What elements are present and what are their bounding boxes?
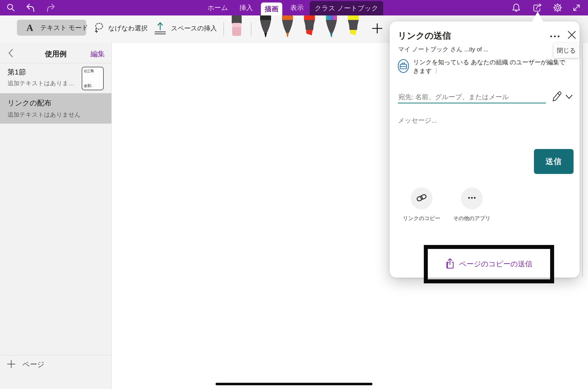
canvas-scrollbar[interactable] — [582, 43, 583, 277]
redo-button[interactable] — [45, 2, 56, 13]
thumbnail-handwriting: 0三角 — [84, 69, 94, 74]
recipients-input[interactable] — [398, 91, 546, 103]
add-page-label: ページ — [22, 360, 44, 370]
top-app-bar: ホーム 挿入 描画 表示 クラス ノートブック — [0, 0, 588, 15]
onenote-app: ホーム 挿入 描画 表示 クラス ノートブック A テキスト モード なげなわ選… — [0, 0, 588, 389]
edit-button[interactable]: 編集 — [90, 49, 105, 59]
page-subtitle: 追加テキストはありま… — [7, 79, 74, 87]
plus-icon — [371, 22, 384, 35]
edit-permission-button[interactable] — [551, 90, 563, 102]
send-page-copy-button[interactable]: ページのコピーの送信 — [428, 249, 550, 279]
share-export-icon — [445, 258, 459, 271]
message-input[interactable] — [397, 113, 558, 128]
pen-black[interactable] — [258, 15, 274, 38]
copy-link-button[interactable] — [411, 187, 433, 209]
more-apps-label: その他のアプリ — [449, 215, 494, 222]
link-icon — [416, 192, 427, 205]
insert-space-button[interactable]: スペースの挿入 — [153, 20, 217, 36]
page-item-selected[interactable]: リンクの配布 追加テキストはありません — [0, 93, 111, 124]
more-options-button[interactable] — [548, 29, 562, 40]
tab-view[interactable]: 表示 — [287, 0, 307, 15]
pen-icon — [323, 15, 339, 38]
send-button[interactable]: 送信 — [534, 149, 574, 174]
dialog-title: リンクの送信 — [398, 30, 451, 42]
pen-icon — [280, 15, 295, 38]
dialog-callout-arrow — [532, 11, 543, 21]
settings-button[interactable] — [552, 2, 563, 13]
close-tooltip-label: 閉じる — [557, 46, 576, 55]
thumbnail-handwriting: 余割. — [84, 83, 93, 88]
lasso-label: なげなわ選択 — [108, 24, 147, 33]
undo-icon — [25, 10, 36, 14]
permission-text: リンクを知っている あなたの組織 のユーザーが編集できます〉 — [413, 58, 570, 75]
text-mode-label: テキスト モード — [40, 23, 88, 32]
home-indicator[interactable] — [216, 383, 372, 385]
lasso-select-button[interactable]: なげなわ選択 — [93, 21, 147, 35]
page-thumbnail: 0三角 余割. — [82, 67, 104, 90]
insert-space-label: スペースの挿入 — [171, 24, 217, 33]
undo-button[interactable] — [25, 2, 36, 13]
search-button[interactable] — [5, 2, 16, 13]
gear-icon — [552, 10, 563, 14]
ellipsis-icon — [548, 37, 562, 41]
plus-icon — [6, 359, 22, 370]
expand-icon — [571, 10, 582, 14]
tab-class-notebook[interactable]: クラス ノートブック — [310, 1, 383, 15]
copy-link-label: リンクのコピー — [399, 215, 444, 222]
ribbon-divider — [223, 22, 224, 36]
highlighter-icon — [301, 15, 317, 38]
highlighter-yellow[interactable] — [345, 15, 361, 38]
chevron-right-icon: 〉 — [435, 66, 440, 76]
text-mode-button[interactable]: A テキスト モード — [17, 20, 86, 36]
highlighter-icon — [345, 15, 361, 38]
pencil-icon — [551, 99, 563, 103]
notifications-button[interactable] — [511, 2, 522, 13]
redo-icon — [45, 10, 56, 14]
highlighter-red[interactable] — [301, 15, 317, 38]
add-page-button[interactable]: ページ — [6, 359, 44, 370]
insert-space-icon — [153, 20, 171, 36]
tab-insert[interactable]: 挿入 — [235, 0, 257, 15]
more-apps-button[interactable] — [461, 187, 483, 209]
close-tooltip: 閉じる — [554, 43, 579, 58]
chevron-down-icon — [564, 98, 574, 102]
annotation-highlight-box: ページのコピーの送信 — [424, 245, 554, 283]
recipient-options-button[interactable] — [564, 92, 574, 101]
tab-home[interactable]: ホーム — [206, 0, 230, 15]
ellipsis-icon — [466, 192, 478, 205]
pen-orange[interactable] — [280, 15, 295, 38]
ribbon-divider — [251, 22, 251, 36]
organization-briefcase-icon — [397, 58, 410, 75]
page-list-sidebar: 使用例 編集 第1節 追加テキストはありま… 0三角 余割. リンクの配布 追加… — [0, 42, 112, 389]
tab-draw-active[interactable]: 描画 — [261, 2, 282, 15]
fullscreen-button[interactable] — [571, 2, 582, 13]
divider — [0, 355, 111, 355]
page-subtitle: 追加テキストはありません — [7, 111, 81, 119]
page-item[interactable]: 第1節 追加テキストはありま… 0三角 余割. — [0, 63, 111, 93]
eraser-tool[interactable] — [231, 15, 243, 38]
lasso-icon — [93, 21, 108, 35]
notebook-subtitle: マイ ノートブック さん ...ity of ... — [398, 45, 488, 53]
add-pen-button[interactable] — [371, 22, 384, 35]
send-link-dialog: リンクの送信 マイ ノートブック さん ...ity of ... リンクを知っ… — [390, 21, 580, 278]
send-page-copy-label: ページのコピーの送信 — [459, 259, 532, 269]
pen-icon — [258, 15, 274, 38]
search-icon — [5, 10, 16, 14]
link-permission-setting[interactable]: リンクを知っている あなたの組織 のユーザーが編集できます〉 — [397, 58, 573, 75]
pen-galaxy[interactable] — [323, 15, 339, 38]
close-button[interactable] — [566, 29, 578, 40]
bell-icon — [511, 10, 522, 14]
eraser-icon — [231, 15, 243, 38]
page-title: リンクの配布 — [7, 98, 52, 108]
page-title: 第1節 — [7, 67, 26, 77]
letter-a-icon: A — [26, 22, 33, 33]
send-label: 送信 — [546, 156, 562, 167]
